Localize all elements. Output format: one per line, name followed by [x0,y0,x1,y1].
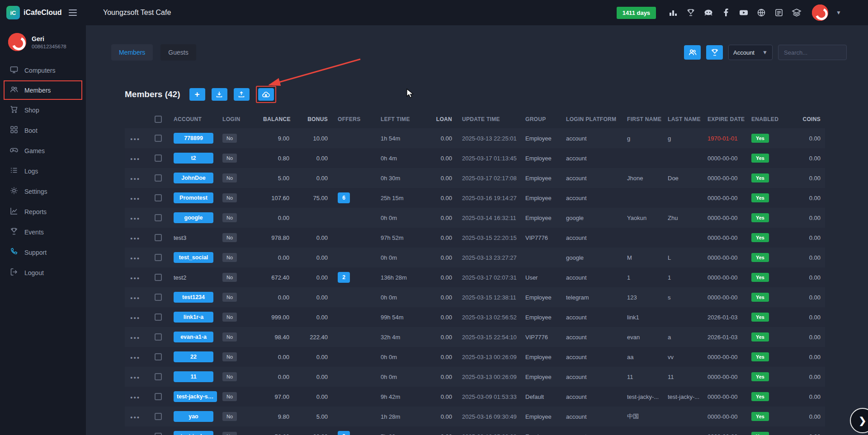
account-badge[interactable]: 11 [174,371,213,382]
row-checkbox[interactable] [155,353,162,360]
discord-icon[interactable] [703,8,713,18]
row-actions-button[interactable]: ●●● [130,296,140,300]
row-actions-button[interactable]: ●●● [130,336,140,340]
enabled-badge[interactable]: Yes [751,233,769,242]
import-button[interactable] [212,88,227,101]
facebook-icon[interactable] [721,8,731,18]
sidebar-item-settings[interactable]: Settings [0,181,86,201]
table-row[interactable]: ●●●JohnDoeNo5.000.000h 30m0.002025-03-17… [125,168,825,188]
subscription-days-badge[interactable]: 1411 days [617,7,656,19]
row-checkbox[interactable] [155,433,162,435]
sidebar-item-logout[interactable]: Logout [0,262,86,283]
table-row[interactable]: ●●●t2No0.800.000h 4m0.002025-03-17 01:13… [125,148,825,168]
row-checkbox[interactable] [155,294,162,301]
docs-icon[interactable] [774,8,784,18]
row-actions-button[interactable]: ●●● [130,137,140,141]
table-row[interactable]: ●●●googleNo0.000h 0m0.002025-03-14 16:32… [125,208,825,228]
table-row[interactable]: ●●●PromotestNo107.6075.00625h 15m0.00202… [125,188,825,208]
row-actions-button[interactable]: ●●● [130,355,140,360]
offers-badge[interactable]: 6 [338,192,350,203]
row-checkbox[interactable] [155,413,162,420]
enabled-badge[interactable]: Yes [751,134,769,143]
sidebar-item-games[interactable]: Games [0,140,86,161]
account-badge[interactable]: JohnDoe [174,173,213,183]
sidebar-item-logs[interactable]: Logs [0,161,86,181]
account-badge[interactable]: test_social [174,252,213,263]
account-badge[interactable]: 22 [174,351,213,362]
row-checkbox[interactable] [155,373,162,380]
ranking-icon[interactable] [668,8,678,18]
add-member-button[interactable]: + [189,88,205,101]
row-actions-button[interactable]: ●●● [130,216,140,221]
table-row[interactable]: ●●●yaoNo9.805.001h 28m0.002025-03-16 09:… [125,407,825,426]
youtube-icon[interactable] [739,8,749,18]
sidebar-item-events[interactable]: Events [0,222,86,242]
row-checkbox[interactable] [155,154,162,162]
account-badge[interactable]: 778899 [174,133,213,144]
account-badge[interactable]: test-jacky-sub [174,391,217,402]
table-row[interactable]: ●●●test2No672.400.002136h 28m0.002025-03… [125,267,825,287]
table-row[interactable]: ●●●test3No978.800.0097h 52m0.002025-03-1… [125,228,825,248]
enabled-badge[interactable]: Yes [751,432,769,435]
row-actions-button[interactable]: ●●● [130,316,140,320]
trophy-icon[interactable] [686,8,696,18]
table-row[interactable]: ●●●link1r-aNo999.000.0099h 54m0.002025-0… [125,307,825,327]
sidebar-item-support[interactable]: Support [0,242,86,262]
row-checkbox[interactable] [155,174,162,182]
account-badge[interactable]: google [174,212,213,223]
menu-toggle-icon[interactable] [69,9,77,16]
row-checkbox[interactable] [155,313,162,321]
account-badge[interactable]: Promotest [174,192,213,203]
account-badge[interactable]: t2 [174,153,213,164]
tab-members[interactable]: Members [111,44,153,61]
row-checkbox[interactable] [155,234,162,241]
table-row[interactable]: ●●●778899No9.0010.001h 54m0.002025-03-13… [125,128,825,148]
globe-icon[interactable] [756,8,766,18]
offers-badge[interactable]: 3 [338,431,350,435]
table-row[interactable]: ●●●test1234No0.000.000h 0m0.002025-03-15… [125,287,825,307]
row-actions-button[interactable]: ●●● [130,177,140,181]
enabled-badge[interactable]: Yes [751,213,769,222]
row-checkbox[interactable] [155,254,162,261]
enabled-badge[interactable]: Yes [751,173,769,182]
row-actions-button[interactable]: ●●● [130,157,140,161]
account-badge[interactable]: test-jacky [174,431,213,435]
row-checkbox[interactable] [155,135,162,142]
enabled-badge[interactable]: Yes [751,313,769,322]
enabled-badge[interactable]: Yes [751,392,769,401]
export-button[interactable] [234,88,250,101]
account-badge[interactable]: evan-a1-a [174,332,213,342]
select-all-checkbox[interactable] [155,116,162,123]
table-row[interactable]: ●●●evan-a1-aNo98.40222.4032h 4m0.002025-… [125,327,825,347]
user-avatar[interactable] [812,5,828,21]
enabled-badge[interactable]: Yes [751,273,769,282]
sidebar-item-shop[interactable]: Shop [0,100,86,120]
table-row[interactable]: ●●●test-jacky-subNo97.000.009h 42m0.0020… [125,387,825,407]
sidebar-item-members[interactable]: Members [4,80,82,100]
enabled-badge[interactable]: Yes [751,412,769,421]
row-checkbox[interactable] [155,274,162,281]
sidebar-item-boot[interactable]: Boot [0,120,86,140]
row-checkbox[interactable] [155,393,162,400]
row-actions-button[interactable]: ●●● [130,276,140,281]
row-checkbox[interactable] [155,333,162,341]
row-checkbox[interactable] [155,214,162,221]
table-row[interactable]: ●●●11No0.000.000h 0m0.002025-03-13 00:26… [125,367,825,387]
account-badge[interactable]: link1r-a [174,312,213,323]
enabled-badge[interactable]: Yes [751,352,769,361]
sidebar-item-reports[interactable]: Reports [0,201,86,222]
enabled-badge[interactable]: Yes [751,154,769,163]
row-actions-button[interactable]: ●●● [130,196,140,201]
points-view-button[interactable] [706,45,723,60]
search-input[interactable] [778,45,847,60]
row-checkbox[interactable] [155,194,162,201]
enabled-badge[interactable]: Yes [751,253,769,262]
row-actions-button[interactable]: ●●● [130,236,140,241]
table-row[interactable]: ●●●test_socialNo0.000.000h 0m0.002025-03… [125,248,825,267]
enabled-badge[interactable]: Yes [751,372,769,381]
account-badge[interactable]: test1234 [174,292,213,303]
table-row[interactable]: ●●●22No0.000.000h 0m0.002025-03-13 00:26… [125,347,825,367]
enabled-badge[interactable]: Yes [751,193,769,202]
account-filter-select[interactable]: Account ▼ [728,45,773,60]
enabled-badge[interactable]: Yes [751,332,769,341]
